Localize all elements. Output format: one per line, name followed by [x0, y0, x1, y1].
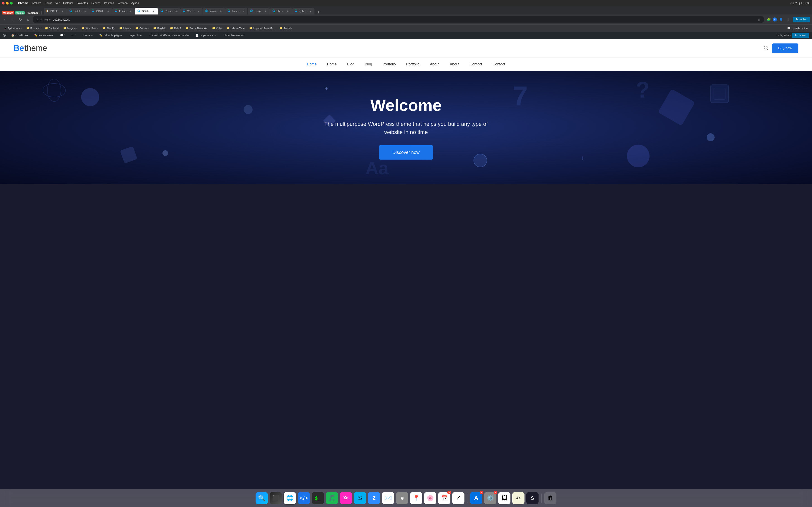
tab-close-icon[interactable]: × [219, 9, 223, 13]
update-button[interactable]: Actualizar [793, 17, 810, 22]
bookmark-social-networks[interactable]: 📁 Social Networks [184, 26, 209, 30]
search-button[interactable] [763, 45, 768, 51]
new-tab-button[interactable]: + [316, 10, 322, 14]
nav-home-2[interactable]: Home [325, 61, 339, 67]
tab-close-icon[interactable]: × [106, 9, 110, 13]
bookmark-star-icon[interactable]: ☆ [758, 18, 761, 21]
wp-logo-icon[interactable]: ⊛ [3, 33, 6, 38]
bookmark-shopify[interactable]: 📁 Shopify [101, 26, 117, 30]
archivo-menu[interactable]: Archivo [32, 2, 41, 5]
wp-update-button[interactable]: Actualizar [792, 33, 809, 38]
bookmark-fmnf[interactable]: 📁 FMNF [168, 26, 183, 30]
wp-add[interactable]: + Añadir [81, 32, 94, 39]
ver-menu[interactable]: Ver [55, 2, 60, 5]
url-display[interactable]: go28spa.test [53, 18, 757, 21]
tab-go28-active[interactable]: 🌐 GO28... × [135, 8, 158, 14]
wp-duplicate-post[interactable]: 📄 Duplicate Post [194, 32, 218, 39]
tab-favicon: 🌐 [250, 9, 253, 13]
forward-button[interactable]: › [9, 16, 16, 23]
tab-word[interactable]: 🌐 Word... × [180, 8, 202, 14]
nav-contact-1[interactable]: Contact [468, 61, 484, 67]
tab-close-icon[interactable]: × [129, 9, 133, 13]
window-controls[interactable] [2, 2, 13, 5]
perfiles-menu[interactable]: Perfiles [91, 2, 100, 5]
discover-now-button[interactable]: Discover now [379, 145, 433, 160]
historial-menu[interactable]: Historial [63, 2, 73, 5]
bookmark-courses[interactable]: 📁 Courses [134, 26, 150, 30]
tab-close-icon[interactable]: × [83, 9, 87, 13]
bookmark-aplicaciones[interactable]: 📱 Aplicaciones [2, 26, 23, 30]
tab-close-icon[interactable]: × [174, 9, 178, 13]
tab-close-icon[interactable]: × [264, 9, 267, 13]
address-input[interactable]: ⚠ No seguro go28spa.test ☆ [33, 16, 764, 23]
close-btn[interactable] [2, 2, 5, 5]
bookmark-frontend[interactable]: 📁 Frontend [24, 26, 42, 30]
wp-edit-page[interactable]: ✏️ Editar la página [98, 32, 124, 39]
minimize-btn[interactable] [6, 2, 9, 5]
wp-site-name[interactable]: 🏠 GO28SPA [10, 32, 29, 39]
tab-install[interactable]: 🌐 Instal... × [67, 8, 89, 14]
tab-requ[interactable]: 🌐 Requ... × [158, 8, 180, 14]
nav-contact-2[interactable]: Contact [491, 61, 507, 67]
wp-customize[interactable]: ✏️ Personalizar [33, 32, 55, 39]
freelance-shortcut[interactable]: Freelance [26, 11, 39, 14]
magento-shortcut[interactable]: Magento [2, 11, 14, 14]
nav-portfolio-1[interactable]: Portfolio [380, 61, 398, 67]
buy-now-button[interactable]: Buy now [772, 44, 798, 53]
nav-home-1[interactable]: Home [305, 61, 318, 67]
back-button[interactable]: ‹ [2, 16, 8, 23]
tab-brief[interactable]: 📋 BRIEF... × [44, 8, 67, 14]
wp-wpbakery[interactable]: Edit with WPBakery Page Builder [148, 32, 190, 39]
nav-blog-2[interactable]: Blog [363, 61, 374, 67]
tab-go28-1[interactable]: 🌐 GO28... × [89, 8, 112, 14]
bookmark-magento[interactable]: 📁 Magento [61, 26, 79, 30]
maximize-btn[interactable] [10, 2, 13, 5]
tab-close-icon[interactable]: × [61, 9, 64, 13]
profile-btn[interactable]: 👤 [778, 16, 784, 23]
tab-favicon: 🌐 [183, 9, 186, 13]
tab-php[interactable]: 🌐 php -... × [270, 8, 292, 14]
wp-layerslider[interactable]: LayerSlider [127, 32, 144, 39]
wp-new[interactable]: + 0 [71, 32, 78, 39]
wp-comments[interactable]: 💬 1 [59, 32, 67, 39]
vuejs-shortcut[interactable]: Vue.js [15, 11, 25, 14]
tab-los-p[interactable]: 🌐 Los p... × [248, 8, 270, 14]
tab-editar[interactable]: 🌐 Editar... × [112, 8, 135, 14]
bookmark-wordpress[interactable]: 📁 WordPress [80, 26, 99, 30]
bookmark-imported[interactable]: 📁 Imported From Fir... [247, 26, 277, 30]
bookmark-english[interactable]: 📁 English [151, 26, 167, 30]
tab-close-icon[interactable]: × [242, 9, 245, 13]
tab-close-icon[interactable]: × [152, 9, 156, 13]
tab-favicon: 🌐 [295, 9, 298, 13]
nav-blog-1[interactable]: Blog [345, 61, 356, 67]
bookmark-icon: 📁 [119, 27, 122, 30]
extensions-btn[interactable]: 🧩 [766, 16, 772, 23]
ayuda-menu[interactable]: Ayuda [132, 2, 139, 5]
wp-slider-revolution[interactable]: Slider Revolution [222, 32, 246, 39]
bookmark-chile[interactable]: 📁 Chile [210, 26, 223, 30]
bookmark-leisure[interactable]: 📁 Leisure Time [224, 26, 247, 30]
tab-close-icon[interactable]: × [309, 9, 312, 13]
tab-python[interactable]: 🌐 pytho... × [292, 8, 314, 14]
bookmark-icon: 📱 [4, 27, 7, 30]
nav-about-2[interactable]: About [448, 61, 461, 67]
tab-close-icon[interactable]: × [286, 9, 290, 13]
nav-portfolio-2[interactable]: Portfolio [404, 61, 421, 67]
reading-list[interactable]: 📖 Lista de lectura [785, 26, 810, 30]
favoritos-menu[interactable]: Favoritos [77, 2, 88, 5]
home-button[interactable]: ⌂ [25, 16, 31, 23]
reload-button[interactable]: ↻ [17, 16, 23, 23]
tab-la-so[interactable]: 🌐 La so... × [225, 8, 247, 14]
pestana-menu[interactable]: Pestaña [104, 2, 114, 5]
tab-main[interactable]: 🌐 {main... × [203, 8, 225, 14]
editar-menu[interactable]: Editar [45, 2, 52, 5]
bookmark-travels[interactable]: 📁 Travels [278, 26, 294, 30]
tab-close-icon[interactable]: × [197, 9, 200, 13]
bookmark-liferay[interactable]: 📁 Liferay [117, 26, 133, 30]
app-name-menu[interactable]: Chrome [18, 2, 28, 5]
ventana-menu[interactable]: Ventana [118, 2, 128, 5]
nav-about-1[interactable]: About [428, 61, 441, 67]
deco-blob-2 [707, 133, 715, 141]
more-btn[interactable]: ⋮ [785, 16, 792, 23]
bookmark-backend[interactable]: 📁 Backend [43, 26, 60, 30]
